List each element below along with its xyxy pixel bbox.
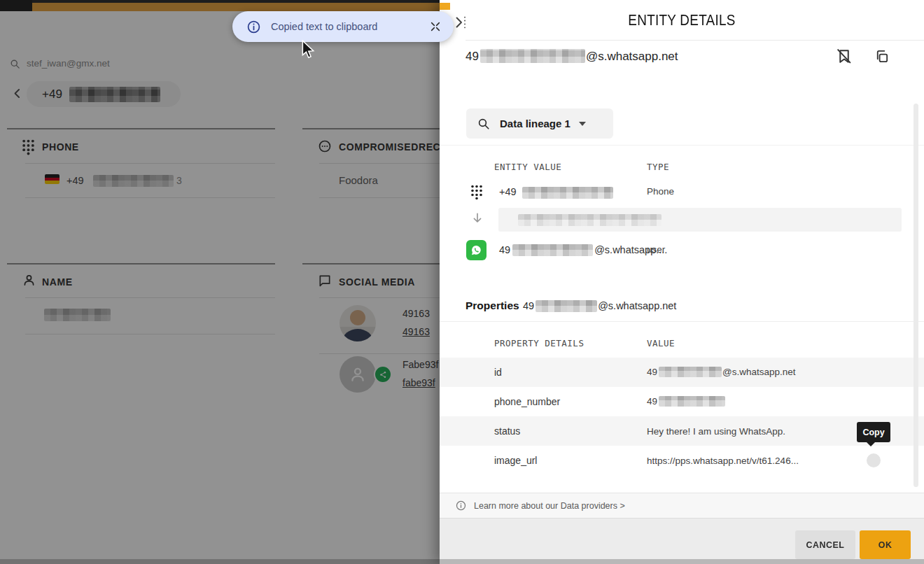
- property-key: phone_number: [494, 396, 647, 407]
- cancel-button[interactable]: CANCEL: [795, 530, 855, 559]
- properties-heading: Properties: [465, 299, 519, 312]
- user-prefix: 49: [499, 244, 510, 255]
- copy-value-button[interactable]: [867, 453, 881, 467]
- scrollbar-thumb[interactable]: [913, 104, 918, 487]
- arrow-down-icon: [470, 209, 484, 227]
- table-row[interactable]: image_url https://pps.whatsapp.net/v/t61…: [440, 446, 924, 475]
- property-value: 49: [647, 396, 725, 408]
- property-key: status: [494, 425, 647, 437]
- close-icon[interactable]: [430, 21, 441, 32]
- properties-entity-prefix: 49: [523, 300, 534, 311]
- redacted-entity: [536, 300, 597, 312]
- toast-message: Copied text to clipboard: [271, 21, 430, 32]
- col-entity-value: ENTITY VALUE: [494, 162, 561, 172]
- chevron-down-icon: [579, 122, 586, 126]
- dialpad-icon: [470, 184, 483, 200]
- bottom-edge-shade: [0, 559, 924, 564]
- col-property-details: PROPERTY DETAILS: [494, 338, 584, 348]
- mouse-cursor: [301, 40, 315, 59]
- redacted-entity-id: [480, 49, 585, 63]
- entity-id-suffix: @s.whatsapp.net: [586, 50, 678, 63]
- app-root: stef_iwan@gmx.net +49 PHONE +49 3: [0, 0, 924, 564]
- collapse-panel-icon[interactable]: [454, 14, 469, 31]
- redacted-value: [659, 396, 725, 407]
- properties-entity-suffix: @s.whatsapp.net: [598, 300, 676, 311]
- copy-tooltip: Copy: [857, 422, 890, 442]
- entity-details-panel: ENTITY DETAILS 49@s.whatsapp.net Data li…: [440, 0, 924, 564]
- bookmark-off-icon[interactable]: [835, 47, 853, 66]
- copy-icon[interactable]: [874, 48, 890, 64]
- divider: [465, 40, 924, 41]
- toast-notification: Copied text to clipboard: [232, 11, 454, 42]
- table-row[interactable]: status Hey there! I am using WhatsApp.: [440, 416, 924, 446]
- lineage-row-intermediate[interactable]: [498, 208, 902, 232]
- properties-entity: 49@s.whatsapp.net: [523, 300, 676, 313]
- redacted-value: [659, 367, 722, 377]
- whatsapp-icon: [466, 240, 486, 260]
- lineage-row-user[interactable]: 49@s.whatsapp....: [499, 244, 667, 258]
- table-row[interactable]: id 49@s.whatsapp.net: [440, 358, 924, 387]
- data-providers-bar[interactable]: Learn more about our Data providers >: [440, 493, 924, 519]
- col-value: VALUE: [647, 338, 675, 348]
- panel-footer: CANCEL OK: [440, 519, 924, 564]
- properties-table: id 49@s.whatsapp.net phone_number 49 sta…: [440, 358, 924, 475]
- lineage-row-user-type: user: [647, 244, 665, 255]
- info-icon: [455, 500, 467, 512]
- table-row[interactable]: phone_number 49: [440, 387, 924, 416]
- ok-button[interactable]: OK: [860, 530, 911, 559]
- phone-prefix: +49: [499, 186, 517, 197]
- info-icon: [246, 20, 261, 34]
- data-lineage-selector[interactable]: Data lineage 1: [466, 108, 613, 139]
- property-value: Hey there! I am using WhatsApp.: [647, 426, 785, 437]
- property-key: id: [494, 367, 647, 378]
- panel-title: ENTITY DETAILS: [469, 12, 895, 29]
- search-icon: [477, 118, 490, 130]
- property-value: 49@s.whatsapp.net: [647, 367, 796, 379]
- redacted-user: [512, 244, 593, 256]
- data-lineage-label: Data lineage 1: [500, 118, 570, 129]
- lineage-row-phone[interactable]: +49: [499, 186, 613, 199]
- divider: [440, 321, 924, 322]
- property-value: https://pps.whatsapp.net/v/t61.246...: [647, 456, 799, 466]
- entity-id-prefix: 49: [465, 50, 479, 63]
- lineage-row-phone-type: Phone: [647, 186, 674, 197]
- value-prefix: 49: [647, 367, 657, 377]
- divider: [440, 145, 924, 146]
- redacted-phone: [522, 187, 613, 199]
- modal-dim-overlay: [0, 0, 440, 564]
- value-suffix: @s.whatsapp.net: [722, 367, 796, 377]
- property-key: image_url: [494, 455, 647, 466]
- redacted-value: [518, 214, 662, 226]
- learn-more-link[interactable]: Learn more about our Data providers >: [474, 501, 625, 511]
- entity-id: 49@s.whatsapp.net: [465, 49, 678, 65]
- orange-bar-end: [440, 3, 450, 10]
- col-type: TYPE: [647, 162, 669, 172]
- value-prefix: 49: [647, 396, 657, 407]
